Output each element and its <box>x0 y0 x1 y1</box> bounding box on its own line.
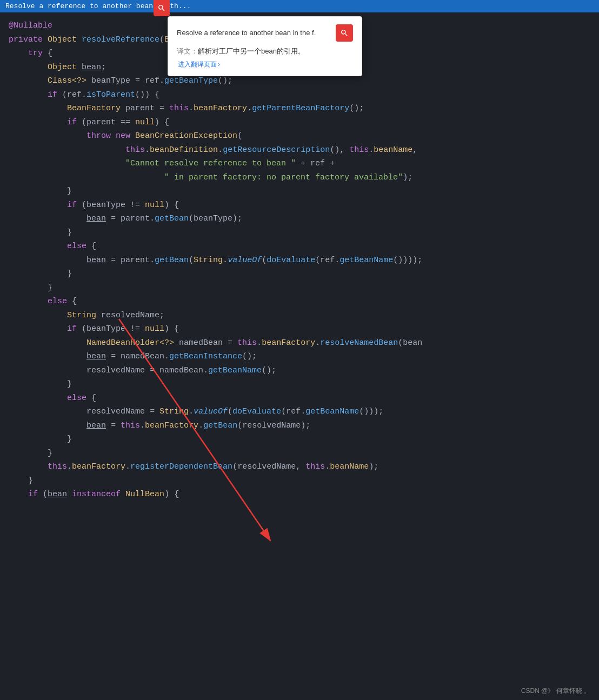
code-line-32: } <box>0 446 599 461</box>
code-token-bean4: bean <box>86 350 106 364</box>
code-token <box>9 322 67 336</box>
code-token <box>77 33 82 47</box>
code-token <box>9 254 86 268</box>
code-token: beanName <box>374 143 412 157</box>
translation-label: 译文： <box>177 47 198 55</box>
code-token: new <box>116 129 130 143</box>
code-token: this <box>305 460 325 474</box>
code-token <box>9 212 86 226</box>
code-token: (parent == <box>77 116 135 130</box>
code-line-16: } <box>0 226 599 240</box>
code-token: } <box>9 446 52 461</box>
code-token: NullBean <box>125 488 164 502</box>
code-token: if <box>67 116 77 130</box>
top-search-icon[interactable] <box>154 0 170 16</box>
code-token: . <box>125 460 130 474</box>
code-token-bean2: bean <box>86 212 106 226</box>
code-line-23: if (beanType != null ) { <box>0 322 599 336</box>
code-token: Class<?> <box>48 74 86 88</box>
code-token <box>9 336 86 350</box>
code-token: (); <box>242 350 257 364</box>
code-token: resolveNamedBean <box>320 336 398 350</box>
code-token: beanFactory <box>145 419 198 433</box>
code-token <box>9 419 86 433</box>
code-line-31: } <box>0 432 599 446</box>
code-token: getBean <box>155 254 189 268</box>
code-token: if <box>48 88 57 102</box>
code-token: . <box>145 143 150 157</box>
code-token: if <box>67 198 77 212</box>
code-token: } <box>9 377 72 391</box>
code-line-12: " in parent factory: no parent factory a… <box>0 171 599 185</box>
code-token <box>9 350 86 364</box>
code-area: @Nullable private Object resolveReferenc… <box>0 15 599 506</box>
code-line-20: } <box>0 281 599 295</box>
code-token: } <box>9 226 72 240</box>
code-token: = parent. <box>106 254 155 268</box>
code-token: isToParent <box>86 88 135 102</box>
code-token: beanFactory <box>262 336 315 350</box>
code-token: . <box>257 336 262 350</box>
code-token: resolvedName = namedBean. <box>9 364 208 378</box>
code-token: } <box>9 184 72 198</box>
code-token: null <box>145 322 164 336</box>
code-token: (resolvedName); <box>237 419 310 433</box>
code-token <box>9 129 86 143</box>
code-line-22: String resolvedName; <box>0 309 599 323</box>
tooltip-search-button[interactable] <box>336 24 353 42</box>
translation-page-link[interactable]: 进入翻译页面 › <box>177 60 353 69</box>
code-token: getBean <box>155 212 189 226</box>
code-token: " in parent factory: no parent factory a… <box>164 171 403 185</box>
code-token: { <box>86 239 96 254</box>
code-token <box>9 61 48 75</box>
code-token: ( <box>189 254 194 268</box>
code-token: this <box>125 143 145 157</box>
code-token-bean6: bean <box>48 488 67 502</box>
code-token: NamedBeanHolder<?> <box>86 336 174 350</box>
code-token: beanFactory <box>194 102 247 116</box>
code-token: this <box>121 419 140 433</box>
code-token: } <box>9 281 52 295</box>
code-token: ( <box>228 405 232 419</box>
code-token: (); <box>349 102 364 116</box>
code-token <box>67 488 72 502</box>
code-token <box>121 488 125 502</box>
code-token: Object <box>48 61 77 75</box>
code-token: } <box>9 432 72 446</box>
code-line-10: this . beanDefinition . getResourceDescr… <box>0 143 599 157</box>
code-token: getParentBeanFactory <box>252 102 349 116</box>
code-token: = <box>106 419 121 433</box>
code-token: ( <box>237 129 242 143</box>
code-token: else <box>67 391 86 405</box>
code-line-11: "Cannot resolve reference to bean " + re… <box>0 157 599 171</box>
code-token: . <box>223 254 228 268</box>
code-token: getBeanName <box>305 405 359 419</box>
code-line-17: else { <box>0 239 599 254</box>
code-token: ; <box>101 61 106 75</box>
code-token <box>9 102 67 116</box>
code-token: = namedBean. <box>106 350 169 364</box>
code-token <box>9 460 48 474</box>
code-token: (), <box>330 143 349 157</box>
code-token: ) { <box>164 322 179 336</box>
code-token: ()) { <box>135 88 159 102</box>
code-token: this <box>48 460 67 474</box>
code-line-15: bean = parent. getBean (beanType); <box>0 212 599 226</box>
code-line-25: bean = namedBean. getBeanInstance (); <box>0 350 599 364</box>
code-token: (beanType != <box>77 322 145 336</box>
code-token <box>9 88 48 102</box>
tooltip-header: Resolve a reference to another bean in t… <box>177 24 353 42</box>
code-token: (bean <box>398 336 422 350</box>
attribution-text: CSDN @》 何章怀晓 。 <box>521 687 590 695</box>
code-token: ); <box>369 460 378 474</box>
code-token <box>9 239 67 254</box>
code-token: registerDependentBean <box>130 460 232 474</box>
tooltip-main-text: Resolve a reference to another bean in t… <box>177 28 331 38</box>
code-token: else <box>48 295 67 309</box>
code-token <box>9 488 28 502</box>
translation-link-arrow: › <box>218 61 220 68</box>
code-line-28: else { <box>0 391 599 405</box>
code-token: . <box>247 102 252 116</box>
code-token: . <box>67 460 72 474</box>
code-token: beanDefinition <box>150 143 218 157</box>
